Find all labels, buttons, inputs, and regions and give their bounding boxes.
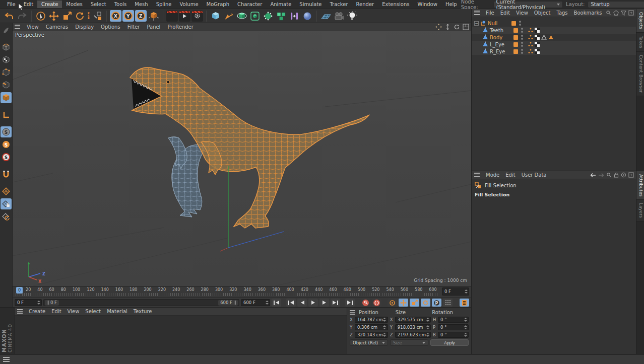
live-selection-tool[interactable]	[35, 10, 47, 22]
subdivision-surface-button[interactable]	[236, 10, 248, 22]
uvw-tag-icon[interactable]	[535, 35, 540, 40]
lock-workplane-button[interactable]	[1, 198, 12, 209]
keyframe-selection-button[interactable]	[388, 299, 397, 307]
current-frame-field[interactable]: 0 F	[15, 299, 42, 306]
undo-button[interactable]	[3, 10, 15, 22]
stepper-icon[interactable]	[464, 288, 468, 295]
range-end-handle[interactable]: 600 F	[218, 300, 238, 306]
prev-frame-button[interactable]	[297, 299, 307, 307]
render-view-button[interactable]	[166, 11, 178, 22]
layout-dropdown[interactable]: Startup	[588, 1, 644, 8]
size-x-field[interactable]: 329.575 cm	[395, 317, 431, 323]
tab-attributes[interactable]: Attributes	[636, 171, 644, 200]
uvw-tag-icon[interactable]	[535, 42, 540, 47]
menu-item[interactable]: View	[23, 24, 42, 30]
menu-item[interactable]: Animate	[266, 1, 295, 8]
node-space-dropdown[interactable]: Current (Standard/Physical)	[493, 1, 563, 8]
hamburger-icon[interactable]	[350, 310, 357, 315]
object-name[interactable]: Null	[488, 21, 510, 26]
object-name[interactable]: L_Eye	[490, 42, 512, 47]
menu-item[interactable]: User Data	[519, 172, 550, 178]
coordinate-system-button[interactable]	[148, 10, 160, 22]
position-y-field[interactable]: 0.306 cm	[355, 324, 388, 330]
viewport-solo-single-button[interactable]: S	[1, 139, 12, 150]
next-frame-button[interactable]	[319, 299, 329, 307]
point-mode-button[interactable]	[1, 67, 12, 78]
light-button[interactable]	[346, 10, 358, 22]
menu-item[interactable]: Character	[233, 1, 266, 8]
menu-item[interactable]: Display	[72, 24, 97, 30]
position-x-field[interactable]: 164.787 cm	[355, 317, 388, 323]
menu-item[interactable]: Create	[26, 308, 48, 315]
redo-button[interactable]	[16, 10, 28, 22]
stepper-icon[interactable]	[426, 325, 429, 330]
home-icon[interactable]	[613, 10, 619, 16]
selection-tag-icon[interactable]	[528, 49, 533, 54]
psr-micro-buttons[interactable]: PSR	[88, 12, 90, 20]
menu-item[interactable]: Object	[531, 10, 554, 16]
layer-color-swatch[interactable]	[513, 49, 518, 54]
render-settings-button[interactable]	[191, 11, 203, 22]
camera-button[interactable]	[333, 10, 345, 22]
deformer-button[interactable]	[262, 10, 274, 22]
stepper-icon[interactable]	[383, 325, 387, 330]
menu-item[interactable]: MoGraph	[203, 1, 233, 8]
generator-button[interactable]	[249, 10, 261, 22]
uvw-tag-icon[interactable]	[535, 49, 540, 54]
lock-y-axis-button[interactable]: Y	[122, 10, 134, 22]
stepper-icon[interactable]	[265, 300, 269, 306]
trex-body[interactable]	[130, 67, 369, 228]
menu-item[interactable]: Create	[37, 1, 62, 8]
viewport-solo-hierarchy-button[interactable]: S	[1, 152, 12, 163]
menu-item[interactable]: Select	[87, 1, 110, 8]
position-z-field[interactable]: 320.143 cm	[355, 332, 388, 338]
layer-color-swatch[interactable]	[513, 28, 518, 33]
menu-item[interactable]: Edit	[48, 308, 64, 315]
target-icon[interactable]	[621, 172, 626, 178]
menu-item[interactable]: File	[483, 10, 497, 16]
menu-item[interactable]: Render	[352, 1, 378, 8]
hamburger-icon[interactable]	[15, 25, 20, 29]
add-panel-icon[interactable]	[628, 10, 634, 16]
size-mode-dropdown[interactable]: Size	[390, 339, 428, 346]
stepper-icon[interactable]	[383, 332, 387, 337]
recent-tool-icon[interactable]	[1, 25, 12, 36]
visibility-dots[interactable]	[521, 49, 523, 54]
menu-item[interactable]: Edit	[502, 172, 518, 178]
goto-start-button[interactable]	[272, 299, 281, 307]
stepper-icon[interactable]	[464, 325, 467, 330]
enable-snap-button[interactable]	[1, 169, 12, 180]
edge-mode-button[interactable]	[1, 80, 12, 91]
menu-item[interactable]: Mesh	[131, 1, 152, 8]
open-timeline-button[interactable]	[460, 299, 469, 307]
tree-row-teeth[interactable]: Teeth	[472, 27, 636, 34]
trex-far-arm[interactable]	[168, 137, 187, 169]
rotate-view-icon[interactable]	[454, 24, 460, 30]
viewport-solo-off-button[interactable]: S	[1, 126, 12, 137]
layer-color-swatch[interactable]	[513, 42, 518, 47]
last-tool-button[interactable]	[91, 10, 103, 22]
rotate-tool[interactable]	[74, 10, 86, 22]
enable-axis-button[interactable]	[1, 109, 12, 120]
zoom-view-icon[interactable]	[444, 24, 451, 30]
hamburger-icon[interactable]	[474, 11, 480, 15]
selection-tag-icon[interactable]	[528, 42, 533, 47]
menu-item[interactable]: Cameras	[42, 24, 72, 30]
render-to-picture-viewer-button[interactable]	[179, 11, 190, 22]
record-keyframe-button[interactable]	[361, 299, 370, 307]
filter-icon[interactable]	[621, 10, 626, 16]
polygon-selection-tag-icon[interactable]	[548, 35, 554, 40]
layer-color-swatch[interactable]	[513, 35, 518, 40]
menu-item[interactable]: File	[3, 1, 20, 8]
tab-layers[interactable]: Layers	[636, 200, 644, 222]
scale-tool[interactable]	[61, 10, 73, 22]
lock-icon[interactable]	[614, 172, 619, 178]
toggle-view-layout-icon[interactable]	[463, 24, 469, 30]
menu-item[interactable]: Select	[82, 308, 104, 315]
spline-pen-tool[interactable]	[223, 10, 235, 22]
hamburger-icon[interactable]	[17, 309, 23, 314]
object-name[interactable]: R_Eye	[490, 49, 512, 54]
timeline-ruler[interactable]: 0 02040608010012014016018020022024026028…	[16, 286, 439, 297]
visibility-dots[interactable]	[521, 35, 523, 40]
rotation-b-field[interactable]: 0 °	[438, 332, 469, 338]
